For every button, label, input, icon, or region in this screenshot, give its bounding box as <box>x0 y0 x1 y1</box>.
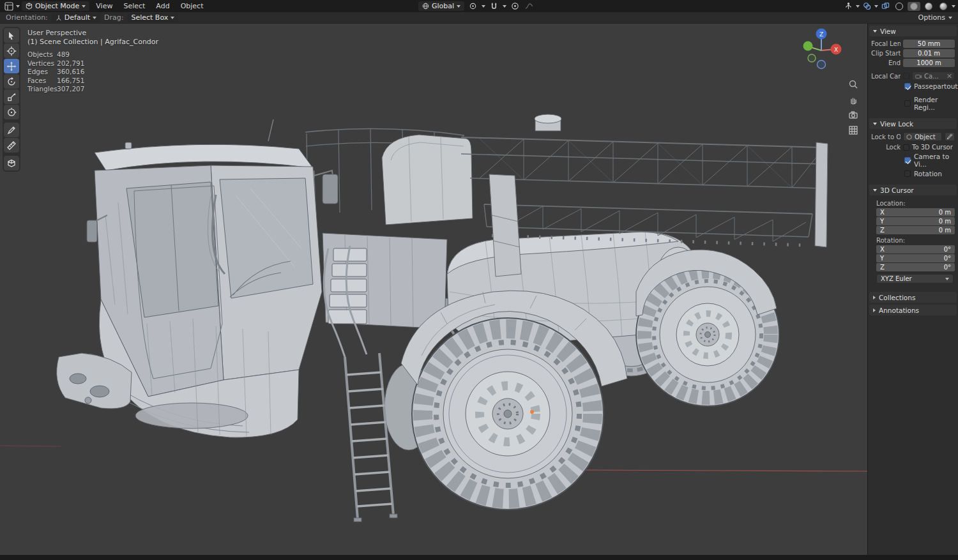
tool-cursor[interactable] <box>4 43 19 58</box>
front-hopper[interactable] <box>382 135 473 225</box>
tool-transform[interactable] <box>4 105 19 119</box>
tool-annotate[interactable] <box>4 123 19 137</box>
clip-end-field[interactable]: 1000 m <box>903 59 955 67</box>
zoom-icon[interactable] <box>848 79 859 90</box>
cursor-location-z-value: 0 m <box>939 226 951 234</box>
wheel-front-right[interactable] <box>412 318 604 510</box>
clear-camera-icon[interactable] <box>947 73 952 79</box>
shading-solid-button[interactable] <box>908 2 920 11</box>
cab[interactable] <box>57 119 338 437</box>
orientation-setting-select[interactable]: Default <box>52 13 100 22</box>
cursor-location-label: Location: <box>876 200 955 207</box>
local-camera-checkbox[interactable] <box>903 73 909 79</box>
snap-chevron-icon[interactable] <box>503 5 506 8</box>
proportional-editing-button[interactable] <box>510 1 521 11</box>
show-overlays-button[interactable] <box>862 1 872 11</box>
tool-add-cube[interactable] <box>4 156 19 170</box>
show-gizmo-button[interactable] <box>843 1 854 11</box>
mid-deck[interactable] <box>323 233 447 329</box>
axes-icon <box>56 15 62 21</box>
menu-add[interactable]: Add <box>151 1 174 11</box>
shading-rendered-button[interactable] <box>937 2 950 11</box>
gizmo-z-label: Z <box>819 31 823 38</box>
camera-view-icon[interactable] <box>848 109 859 121</box>
panel-collections-header[interactable]: Collections <box>869 292 957 303</box>
to-3d-cursor-checkbox[interactable] <box>903 144 909 151</box>
tool-scale[interactable] <box>4 89 19 104</box>
cursor-location-y[interactable]: Y 0 m <box>876 217 955 225</box>
shading-material-button[interactable] <box>922 2 935 11</box>
editor-chevron-icon[interactable] <box>16 5 20 8</box>
panel-3d-cursor-expand-icon <box>873 189 877 192</box>
panel-3d-cursor-title: 3D Cursor <box>880 186 914 194</box>
tool-select-box[interactable] <box>4 28 19 43</box>
material-sphere-icon <box>925 3 932 10</box>
cursor-location-x[interactable]: X 0 m <box>876 208 955 216</box>
render-region-checkbox[interactable] <box>904 100 911 107</box>
viewport-canvas[interactable] <box>0 24 867 555</box>
eyedropper-button[interactable] <box>945 132 955 141</box>
orthographic-grid-icon[interactable] <box>848 125 859 136</box>
tool-measure[interactable] <box>4 138 19 153</box>
snap-magnet-button[interactable] <box>489 1 499 11</box>
drag-value: Select Box <box>131 13 168 22</box>
menu-select[interactable]: Select <box>119 1 149 11</box>
pan-hand-icon[interactable] <box>848 94 859 105</box>
stat-edges-label: Edges <box>27 68 57 77</box>
gizmo-chevron-icon[interactable] <box>856 5 860 8</box>
panel-collections-title: Collections <box>879 294 915 301</box>
shading-chevron-icon[interactable] <box>952 5 955 8</box>
camera-to-view-label: Camera to Vi... <box>914 153 955 168</box>
navigation-gizmo[interactable]: Z X <box>797 26 846 77</box>
panel-view-header[interactable]: View <box>869 26 957 36</box>
proportional-falloff-button[interactable] <box>524 1 535 11</box>
options-button[interactable]: Options <box>918 13 945 22</box>
viewport-3d[interactable]: User Perspective (1) Scene Collection | … <box>0 24 867 555</box>
wireframe-sphere-icon <box>895 3 903 10</box>
panel-view-lock-body: Lock to O... Object Lock To 3D Cursor Ca… <box>868 130 958 183</box>
tool-move[interactable] <box>4 59 19 73</box>
object-data-icon <box>906 134 912 140</box>
lock-rotation-checkbox[interactable] <box>904 170 911 177</box>
rotation-mode-select[interactable]: XYZ Euler <box>876 274 954 284</box>
panel-annotations-expand-icon <box>873 308 876 312</box>
editor-type-button[interactable] <box>3 1 14 11</box>
mode-select[interactable]: Object Mode <box>22 1 89 11</box>
menu-view[interactable]: View <box>91 1 117 11</box>
panel-view-lock-header[interactable]: View Lock <box>869 118 957 129</box>
focal-length-field[interactable]: 50 mm <box>903 40 955 48</box>
cursor-rotation-y-value: 0° <box>944 254 951 262</box>
lock-to-object-label: Lock to O... <box>871 133 901 140</box>
model-sprayer[interactable] <box>57 114 828 522</box>
camera-to-view-checkbox[interactable] <box>904 157 911 163</box>
clip-start-field[interactable]: 0.01 m <box>903 49 955 57</box>
clip-start-label: Clip Start <box>871 50 901 57</box>
passepartout-checkbox[interactable] <box>904 83 911 89</box>
panel-annotations-header[interactable]: Annotations <box>869 305 957 315</box>
panel-3d-cursor-header[interactable]: 3D Cursor <box>869 185 957 195</box>
collection-breadcrumb: (1) Scene Collection | Agrifac_Condor <box>27 38 158 47</box>
render-region-label: Render Regi... <box>914 96 955 111</box>
pivot-chevron-icon[interactable] <box>482 5 485 8</box>
gizmo-y-axis[interactable] <box>803 42 813 51</box>
local-camera-field[interactable]: Ca... <box>912 72 955 80</box>
lock-to-object-field[interactable]: Object <box>903 132 942 141</box>
gizmo-y-neg-axis[interactable] <box>808 54 816 62</box>
gizmo-z-neg-axis[interactable] <box>817 61 826 69</box>
menu-object[interactable]: Object <box>176 1 208 11</box>
stat-vertices-label: Vertices <box>27 59 57 68</box>
options-chevron-icon[interactable] <box>948 17 952 19</box>
cursor-rotation-z[interactable]: Z 0° <box>876 263 955 271</box>
transform-orientation-select[interactable]: Global <box>418 1 464 11</box>
cursor-location-z[interactable]: Z 0 m <box>876 226 955 234</box>
pivot-point-button[interactable] <box>468 1 478 11</box>
cursor-rotation-y[interactable]: Y 0° <box>876 254 955 262</box>
cursor-rotation-x[interactable]: X 0° <box>876 245 955 254</box>
shading-wireframe-button[interactable] <box>893 2 906 11</box>
tool-rotate[interactable] <box>4 74 19 89</box>
rendered-sphere-icon <box>939 3 947 10</box>
drag-select[interactable]: Select Box <box>127 13 178 22</box>
xray-toggle-button[interactable] <box>880 1 891 11</box>
overlays-chevron-icon[interactable] <box>874 5 878 8</box>
clip-end-label: End <box>871 59 901 66</box>
